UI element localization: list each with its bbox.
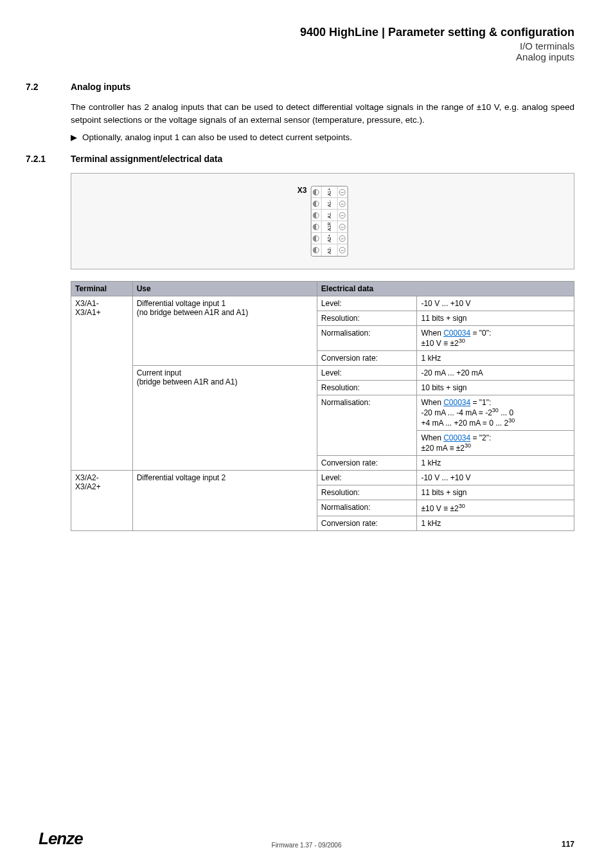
header-subtitle-1: I/O terminals [71, 41, 574, 51]
superscript: 30 [459, 338, 465, 344]
screw-icon [313, 212, 319, 219]
section-title: Analog inputs [71, 82, 130, 92]
param-link[interactable]: C00034 [443, 329, 470, 338]
terminal-id: X3/A2- [75, 473, 99, 482]
th-electrical: Electrical data [317, 282, 574, 296]
cell-value: -10 V ... +10 V [417, 471, 574, 485]
text: +4 mA ... +20 mA = 0 ... 2 [421, 419, 508, 428]
text: When [421, 398, 443, 407]
terminal-id: X3/A1+ [75, 308, 101, 317]
text: When [421, 433, 443, 442]
superscript: 30 [492, 407, 499, 413]
screw-icon [313, 224, 319, 230]
superscript: 30 [508, 417, 515, 424]
text: ... 0 [499, 408, 513, 417]
cell-value: 1 kHz [417, 516, 574, 531]
section-number: 7.2 [26, 82, 71, 92]
pin-label: A2- [327, 242, 332, 257]
cell-key: Conversion rate: [317, 351, 417, 366]
footer-firmware-text: Firmware 1.37 - 09/2006 [272, 842, 342, 849]
text: -20 mA ... -4 mA = -2 [421, 408, 492, 417]
cell-value: 11 bits + sign [417, 485, 574, 500]
paragraph-intro: The controller has 2 analog inputs that … [71, 101, 574, 126]
text: = "0": [470, 329, 491, 338]
section-heading-7-2: 7.2 Analog inputs [26, 82, 574, 92]
screw-icon [313, 189, 319, 195]
screw-icon [339, 235, 346, 242]
cell-value: When C00034 = "0": ±10 V ≡ ±230 [417, 326, 574, 351]
table-row: X3/A1- X3/A1+ Differential voltage input… [71, 296, 574, 311]
terminal-id: X3/A2+ [75, 482, 101, 491]
text: ±10 V ≡ ±2 [421, 504, 458, 513]
header-subtitle-2: Analog inputs [71, 51, 574, 62]
terminal-diagram: X3 A1+ A1- A1. A1R A2+ A2- [71, 173, 574, 269]
cell-key: Resolution: [317, 311, 417, 326]
screw-icon [339, 201, 346, 207]
screw-icon [313, 235, 319, 242]
table-header-row: Terminal Use Electrical data [71, 282, 574, 296]
cell-use: Current input (bridge between A1R and A1… [132, 366, 317, 471]
cell-value: When C00034 = "2": ±20 mA ≡ ±230 [417, 431, 574, 456]
page-number: 117 [562, 840, 574, 849]
cell-terminal: X3/A1- X3/A1+ [71, 296, 133, 471]
cell-value: 11 bits + sign [417, 311, 574, 326]
cell-value: ±10 V ≡ ±230 [417, 500, 574, 516]
cell-key: Resolution: [317, 485, 417, 500]
superscript: 30 [459, 503, 465, 509]
param-link[interactable]: C00034 [443, 433, 470, 442]
cell-key: Normalisation: [317, 326, 417, 351]
th-use: Use [132, 282, 317, 296]
superscript: 30 [465, 442, 471, 449]
section-number: 7.2.1 [26, 154, 71, 164]
cell-value: -20 mA ... +20 mA [417, 366, 574, 381]
section-heading-7-2-1: 7.2.1 Terminal assignment/electrical dat… [26, 154, 574, 164]
table-row: X3/A2- X3/A2+ Differential voltage input… [71, 471, 574, 485]
bullet-text: Optionally, analog input 1 can also be u… [82, 132, 352, 142]
cell-use: Differential voltage input 2 [132, 471, 317, 531]
electrical-data-table: Terminal Use Electrical data X3/A1- X3/A… [71, 281, 574, 531]
screw-icon [339, 189, 346, 195]
text: = "2": [470, 433, 491, 442]
use-note: (no bridge between A1R and A1) [137, 308, 248, 317]
cell-key: Level: [317, 296, 417, 311]
bullet-item: ▶ Optionally, analog input 1 can also be… [71, 132, 574, 142]
param-link[interactable]: C00034 [443, 398, 470, 407]
table-row: Current input (bridge between A1R and A1… [71, 366, 574, 381]
page-footer: Lenze Firmware 1.37 - 09/2006 117 [39, 829, 574, 849]
page-header: 9400 HighLine | Parameter setting & conf… [71, 26, 574, 62]
cell-value: When C00034 = "1": -20 mA ... -4 mA = -2… [417, 395, 574, 431]
header-title: 9400 HighLine | Parameter setting & conf… [71, 26, 574, 39]
text: = "1": [470, 398, 491, 407]
cell-key: Level: [317, 366, 417, 381]
connector-label: X3 [298, 186, 307, 195]
screw-icon [339, 212, 346, 219]
cell-value: 1 kHz [417, 351, 574, 366]
cell-use: Differential voltage input 1 (no bridge … [132, 296, 317, 366]
section-title: Terminal assignment/electrical data [71, 154, 222, 164]
use-text: Current input [137, 368, 181, 377]
screw-icon [339, 224, 346, 230]
text: ±10 V ≡ ±2 [421, 339, 458, 348]
cell-key: Normalisation: [317, 395, 417, 456]
cell-terminal: X3/A2- X3/A2+ [71, 471, 133, 531]
cell-key: Conversion rate: [317, 456, 417, 471]
screw-icon [313, 201, 319, 207]
screw-icon [313, 247, 319, 253]
use-note: (bridge between A1R and A1) [137, 377, 238, 386]
cell-key: Level: [317, 471, 417, 485]
cell-key: Conversion rate: [317, 516, 417, 531]
terminal-id: X3/A1- [75, 299, 99, 308]
terminal-block-graphic: A1+ A1- A1. A1R A2+ A2- [310, 186, 348, 257]
cell-key: Resolution: [317, 381, 417, 395]
use-text: Differential voltage input 1 [137, 299, 226, 308]
text: ±20 mA ≡ ±2 [421, 444, 465, 453]
text: When [421, 329, 443, 338]
screw-icon [339, 247, 346, 253]
lenze-logo: Lenze [39, 829, 83, 849]
cell-key: Normalisation: [317, 500, 417, 516]
cell-value: 1 kHz [417, 456, 574, 471]
terminal-pin-row: A2- [311, 244, 347, 256]
bullet-triangle-icon: ▶ [71, 132, 82, 142]
th-terminal: Terminal [71, 282, 133, 296]
cell-value: -10 V ... +10 V [417, 296, 574, 311]
